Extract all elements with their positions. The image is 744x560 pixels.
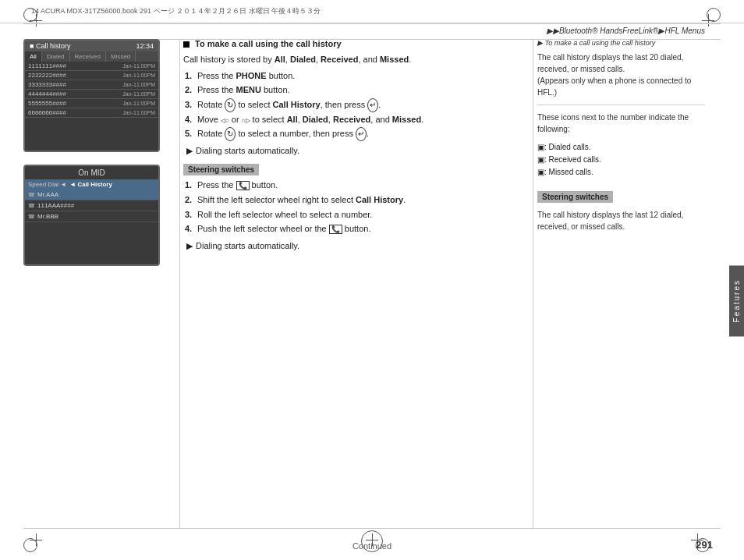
mid-screen: On MID Speed Dial ◄ ◄ Call History ☎ Mr.… [23,165,160,266]
steering-right-section: Steering switches The call history displ… [537,191,705,232]
screen-title: ■ Call history [30,42,70,50]
auto-dial-arrow: ▶ Dialing starts automatically. [183,146,526,156]
steering-step-1: 1. Press the 📞 button. [185,179,526,193]
step-3: 3. Rotate ↻ to select Call History, then… [185,98,526,112]
icon-item-received: ▣: Received calls. [537,154,705,166]
top-header: 14 ACURA MDX-31TZ56000.book 291 ページ ２０１４… [0,0,744,23]
steering-arrow: ▶ [186,241,193,251]
call-icon-1: ☎ [28,192,35,198]
mid-contact-2: 111AAA#### [37,202,74,209]
screen-tabs: All Dialed Received Missed [25,51,158,62]
speed-dial-label: Speed Dial ◄ [28,181,66,188]
section-title: To make a call using the call history [183,39,526,48]
steering-right-label: Steering switches [537,191,613,203]
icon-item-dialed: ▣: Dialed calls. [537,141,705,154]
steering-auto-dial: ▶ Dialing starts automatically. [183,241,526,251]
tab-received: Received [70,51,106,62]
right-column: ▶ To make a call using the call history … [537,39,705,232]
call-icon-3: ☎ [28,214,35,220]
screen-header: ■ Call history 12:34 [25,41,158,51]
breadcrumb: ▶▶Bluetooth® HandsFreeLink®▶HFL Menus [547,25,705,37]
step-list: 1. Press the PHONE button. 2. Press the … [183,69,526,142]
mid-row-1: ☎ Mr.AAA [25,190,158,200]
arrow-symbol: ▶ [186,146,193,156]
steering-right-note: The call history displays the last 12 di… [537,209,705,232]
mid-row-3: ☎ Mr.BBB [25,211,158,222]
note-para2: These icons next to the number indicate … [537,112,705,135]
steering-step-4: 4. Push the left selector wheel or the 📞… [185,222,526,236]
note-para1: The call history displays the last 20 di… [537,51,705,98]
screen-time: 12:34 [136,42,154,50]
left-divider [179,39,180,529]
steering-step-list: 1. Press the 📞 button. 2. Shift the left… [183,179,526,236]
icon-list: ▣: Dialed calls. ▣: Received calls. ▣: M… [537,141,705,179]
intro-text: Call history is stored by All, Dialed, R… [183,53,526,66]
center-column: To make a call using the call history Ca… [183,39,526,254]
icon-item-missed: ▣: Missed calls. [537,166,705,179]
steering-label: Steering switches [183,164,259,175]
call-history-label: ◄ Call History [69,181,112,188]
screen-row-2: 2222222####Jan-11:00PM [25,71,158,80]
tab-all: All [25,51,42,62]
bottom-divider [23,528,721,529]
call-icon-2: ☎ [28,203,35,209]
main-instruction-block: To make a call using the call history Ca… [183,39,526,156]
screen-row-6: 6666666####Jan-11:00PM [25,108,158,118]
mid-contact-1: Mr.AAA [37,191,58,198]
content-area: ■ Call history 12:34 All Dialed Received… [23,39,705,529]
file-info: 14 ACURA MDX-31TZ56000.book 291 ページ ２０１４… [31,6,321,16]
steering-step-2: 2. Shift the left selector wheel right t… [185,193,526,207]
screen-row-3: 3333333####Jan-11:00PM [25,80,158,90]
mid-row-2: ☎ 111AAA#### [25,200,158,211]
step-4: 4. Move ◁○ or ○▷ to select All, Dialed, … [185,113,526,127]
continued-text: Continued [353,541,391,551]
features-tab: Features [729,265,744,336]
on-mid-label: On MID [25,166,158,179]
step-5: 5. Rotate ↻ to select a number, then pre… [185,127,526,141]
step-2: 2. Press the MENU button. [185,83,526,97]
bottom-left-circle [23,538,37,552]
page-number: 291 [696,539,713,551]
note-divider-1 [537,105,705,105]
tab-missed: Missed [106,51,136,62]
step-1: 1. Press the PHONE button. [185,69,526,83]
tab-dialed: Dialed [42,51,70,62]
steering-step-3: 3. Roll the left selector wheel to selec… [185,208,526,222]
left-column: ■ Call history 12:34 All Dialed Received… [23,39,175,278]
right-divider [533,39,533,529]
top-divider [23,23,721,24]
screen-row-5: 5555555####Jan-11:00PM [25,99,158,108]
square-icon [183,41,190,48]
screen-row-4: 4444444####Jan-11:00PM [25,90,158,99]
note-intro-header: ▶ To make a call using the call history [537,39,705,47]
mid-title-bar: Speed Dial ◄ ◄ Call History [25,179,158,190]
steering-section: Steering switches 1. Press the 📞 button.… [183,164,526,250]
screen-row-1: 1111111####Jan-11:00PM [25,62,158,71]
call-history-screen: ■ Call history 12:34 All Dialed Received… [23,39,160,152]
mid-contact-3: Mr.BBB [37,213,58,220]
